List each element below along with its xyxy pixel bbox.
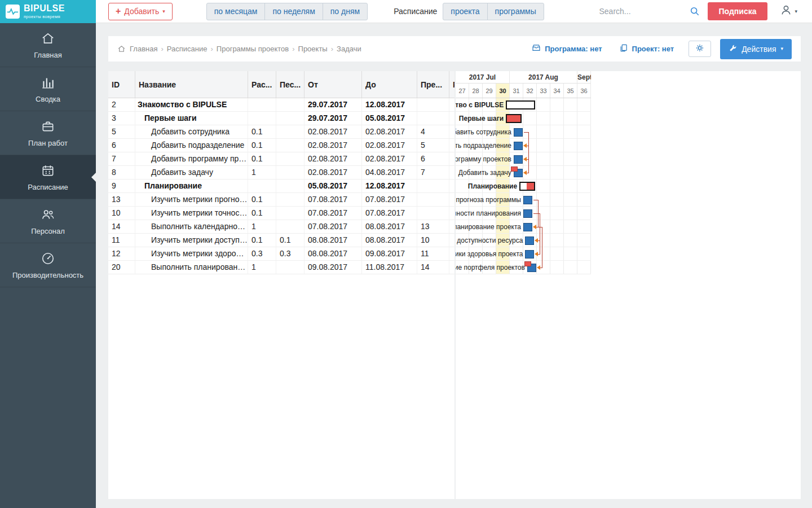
column-header[interactable]: Рас... bbox=[248, 71, 276, 98]
cell-pessimistic bbox=[276, 261, 304, 274]
actions-button[interactable]: Действия ▾ bbox=[720, 39, 792, 59]
cell-to-date: 11.08.2017 bbox=[362, 261, 417, 274]
search-input[interactable] bbox=[599, 7, 684, 16]
schedule-program-button[interactable]: программы bbox=[487, 3, 544, 20]
table-row[interactable]: 5Добавить сотрудника0.102.08.201702.08.2… bbox=[108, 125, 454, 139]
table-row[interactable]: 13Изучить метрики прогноза программы0.10… bbox=[108, 193, 454, 207]
sidebar-item-performance[interactable]: Производительность bbox=[0, 243, 96, 287]
gantt-summary-bar[interactable] bbox=[519, 182, 535, 191]
cell-resource bbox=[449, 247, 454, 260]
cell-resource bbox=[449, 193, 454, 206]
table-row[interactable]: 10Изучить метрики точности планирования0… bbox=[108, 207, 454, 220]
table-header: IDНазваниеРас...Пес...ОтДоПре...Р bbox=[108, 71, 454, 98]
gantt-week-label: 32 bbox=[523, 84, 537, 98]
gantt-task-bar[interactable] bbox=[523, 223, 532, 231]
breadcrumb-item[interactable]: Программы проектов bbox=[217, 45, 289, 53]
gantt-task-label: Добавить подразделение bbox=[456, 139, 511, 152]
gantt-task-bar[interactable] bbox=[525, 250, 534, 259]
breadcrumb-item[interactable]: Задачи bbox=[337, 45, 361, 53]
sidebar-item-summary[interactable]: Сводка bbox=[0, 67, 96, 111]
sidebar-item-home[interactable]: Главная bbox=[0, 23, 96, 67]
column-header[interactable]: Р bbox=[449, 71, 454, 98]
schedule-project-button[interactable]: проекта bbox=[443, 3, 487, 20]
gantt-summary-bar[interactable] bbox=[506, 100, 535, 110]
dependency-line bbox=[538, 254, 540, 255]
cell-name: Изучить метрики доступности ресурса bbox=[135, 234, 248, 247]
cell-name: Выполнить календарное планирование проек… bbox=[135, 220, 248, 233]
cell-id: 7 bbox=[108, 152, 135, 165]
view-by-week-button[interactable]: по неделям bbox=[264, 3, 323, 20]
gantt-task-bar[interactable] bbox=[514, 142, 523, 150]
subscribe-button[interactable]: Подписка bbox=[708, 2, 768, 20]
sidebar-item-work-plan[interactable]: План работ bbox=[0, 111, 96, 155]
view-by-day-button[interactable]: по дням bbox=[323, 3, 368, 20]
sidebar-item-label: План работ bbox=[26, 139, 70, 147]
cell-to-date: 07.08.2017 bbox=[362, 193, 417, 206]
cell-optimistic: 1 bbox=[248, 166, 276, 179]
table-row[interactable]: 3Первые шаги29.07.201705.08.2017 bbox=[108, 112, 454, 125]
view-by-month-button[interactable]: по месяцам bbox=[206, 3, 266, 20]
gantt-task-label: Добавить задачу bbox=[456, 166, 511, 179]
cell-to-date: 02.08.2017 bbox=[362, 139, 417, 152]
breadcrumb-item[interactable]: Главная bbox=[130, 45, 157, 53]
table-row[interactable]: 8Добавить задачу102.08.201704.08.20177 bbox=[108, 166, 454, 179]
table-row[interactable]: 12Изучить метрики здоровья проекта0.30.3… bbox=[108, 247, 454, 261]
bipulse-logo-icon bbox=[6, 5, 20, 19]
table-row[interactable]: 20Выполнить планирование портфеля проект… bbox=[108, 261, 454, 274]
gantt-task-label: Выполнить планирование портфеля проектов bbox=[456, 261, 525, 274]
cell-pessimistic bbox=[276, 166, 304, 179]
settings-button[interactable] bbox=[689, 41, 711, 57]
cell-optimistic bbox=[248, 112, 276, 125]
gantt-week-label: 36 bbox=[577, 84, 591, 98]
dependency-arrowhead bbox=[535, 238, 538, 243]
app-logo[interactable]: BIPULSE проекты вовремя bbox=[0, 0, 96, 23]
project-filter[interactable]: Проект: нет bbox=[619, 43, 674, 54]
breadcrumb-item[interactable]: Проекты bbox=[298, 45, 328, 53]
column-header[interactable]: Пес... bbox=[276, 71, 304, 98]
breadcrumb-item[interactable]: Расписание bbox=[167, 45, 208, 53]
sidebar-item-schedule[interactable]: Расписание bbox=[0, 155, 96, 199]
people-icon bbox=[41, 207, 55, 222]
gantt-task-bar[interactable] bbox=[523, 196, 532, 204]
dependency-line bbox=[540, 240, 540, 254]
cell-resource bbox=[449, 166, 454, 179]
column-header[interactable]: Пре... bbox=[417, 71, 449, 98]
cell-resource bbox=[449, 152, 454, 165]
column-header[interactable]: До bbox=[362, 71, 417, 98]
cell-from-date: 02.08.2017 bbox=[304, 166, 362, 179]
cell-optimistic: 1 bbox=[248, 261, 276, 274]
search-icon[interactable] bbox=[690, 6, 700, 16]
add-button[interactable]: + Добавить ▾ bbox=[108, 3, 173, 20]
gauge-icon bbox=[41, 251, 55, 266]
gantt-task-bar[interactable] bbox=[525, 237, 534, 245]
program-filter[interactable]: Программа: нет bbox=[532, 43, 602, 54]
table-row[interactable]: 14Выполнить календарное планирование про… bbox=[108, 220, 454, 234]
gantt-task-bar[interactable] bbox=[514, 155, 523, 164]
breadcrumb: Главная›Расписание›Программы проектов›Пр… bbox=[130, 45, 361, 53]
column-header[interactable]: От bbox=[304, 71, 362, 98]
schedule-view: IDНазваниеРас...Пес...ОтДоПре...Р 2Знако… bbox=[108, 71, 801, 499]
table-row[interactable]: 6Добавить подразделение0.102.08.201702.0… bbox=[108, 139, 454, 152]
schedule-switch: Расписание проектапрограммы bbox=[394, 3, 544, 20]
column-header[interactable]: Название bbox=[135, 71, 248, 98]
cell-optimistic: 0.1 bbox=[248, 125, 276, 138]
cell-name: Добавить сотрудника bbox=[135, 125, 248, 138]
sidebar-item-staff[interactable]: Персонал bbox=[0, 199, 96, 243]
table-row[interactable]: 2Знакомство с BIPULSE29.07.201712.08.201… bbox=[108, 98, 454, 112]
cell-predecessor: 10 bbox=[417, 234, 449, 247]
sidebar-item-label: Производительность bbox=[10, 271, 86, 279]
gantt-summary-bar[interactable] bbox=[506, 114, 521, 123]
table-row[interactable]: 9Планирование05.08.201712.08.2017 bbox=[108, 179, 454, 193]
dependency-line bbox=[533, 213, 540, 214]
bar-chart-icon bbox=[41, 75, 55, 90]
gantt-task-bar[interactable] bbox=[523, 209, 532, 218]
search-box[interactable] bbox=[599, 6, 700, 16]
cell-resource bbox=[449, 207, 454, 220]
gantt-task-bar[interactable] bbox=[514, 128, 523, 137]
cell-predecessor bbox=[417, 98, 449, 111]
table-row[interactable]: 7Добавить программу проектов0.102.08.201… bbox=[108, 152, 454, 166]
column-header[interactable]: ID bbox=[108, 71, 135, 98]
user-menu[interactable]: ▾ bbox=[780, 4, 797, 19]
table-row[interactable]: 11Изучить метрики доступности ресурса0.1… bbox=[108, 234, 454, 247]
home-icon[interactable] bbox=[117, 45, 126, 53]
